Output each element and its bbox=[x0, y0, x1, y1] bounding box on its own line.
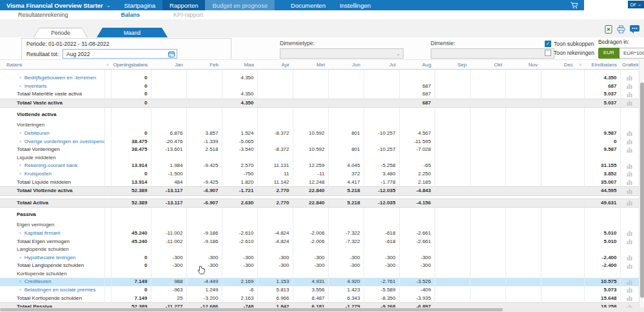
account-link[interactable]: Overige vorderingen en overlopende activ… bbox=[24, 139, 104, 144]
row-label[interactable]: ›Debiteuren bbox=[0, 130, 104, 138]
nav-startpagina[interactable]: Startpagina bbox=[117, 0, 163, 10]
row-label[interactable]: ›Bedrijfsgebouwen en -terreinen bbox=[0, 74, 104, 83]
chart-icon-cell[interactable] bbox=[620, 179, 639, 187]
chart-icon[interactable] bbox=[627, 130, 632, 136]
print-icon[interactable] bbox=[617, 25, 625, 34]
row-label[interactable]: ›Rekening-courant bank bbox=[0, 162, 104, 170]
horizontal-scrollbar-thumb[interactable] bbox=[0, 308, 503, 311]
row-label[interactable]: ›Inventaris bbox=[0, 83, 104, 91]
chart-icon-cell[interactable] bbox=[620, 278, 639, 286]
chart-icon-cell[interactable] bbox=[620, 254, 639, 262]
chart-icon[interactable] bbox=[627, 287, 632, 293]
chart-icon[interactable] bbox=[627, 230, 632, 236]
subnav-kpi-rapport[interactable]: KPI-rapport bbox=[173, 12, 203, 18]
chart-icon[interactable] bbox=[627, 139, 632, 144]
vertical-scrollbar-thumb[interactable] bbox=[640, 83, 644, 298]
chart-icon-cell[interactable] bbox=[620, 286, 639, 295]
row-label[interactable]: ›Kapitaal firmant bbox=[0, 229, 104, 238]
chart-icon[interactable] bbox=[627, 100, 632, 106]
chart-icon-cell[interactable] bbox=[620, 238, 639, 246]
resultaat-tot-input[interactable]: Aug 2022 bbox=[63, 49, 177, 59]
expand-arrow-icon[interactable]: › bbox=[19, 287, 21, 293]
chart-icon-cell[interactable] bbox=[620, 170, 639, 179]
chart-icon-cell[interactable] bbox=[620, 146, 639, 154]
expand-arrow-icon[interactable]: › bbox=[19, 139, 21, 144]
chart-icon-cell[interactable] bbox=[620, 199, 639, 208]
tab-periode[interactable]: Periode bbox=[34, 28, 88, 37]
account-link[interactable]: Kruisposten bbox=[24, 171, 52, 177]
feedback-chat-icon[interactable] bbox=[630, 25, 639, 34]
nav-rapporten[interactable]: Rapporten bbox=[162, 0, 205, 10]
horizontal-scrollbar[interactable] bbox=[0, 307, 644, 312]
expand-arrow-icon[interactable]: › bbox=[19, 255, 21, 260]
row-label[interactable]: ›Overige vorderingen en overlopende acti… bbox=[0, 138, 104, 146]
subnav-balans[interactable]: Balans bbox=[121, 12, 141, 18]
currency-eur-button[interactable]: EUR bbox=[598, 48, 620, 59]
nav-instellingen[interactable]: Instellingen bbox=[333, 0, 378, 10]
chart-icon[interactable] bbox=[627, 279, 632, 285]
chart-icon-cell[interactable] bbox=[620, 83, 639, 91]
toon-subkoppen-checkbox[interactable]: ✓ Toon subkoppen bbox=[545, 41, 594, 47]
chart-icon-cell[interactable] bbox=[620, 229, 639, 238]
currency-eur1000-button[interactable]: EUR*1000 bbox=[620, 48, 644, 59]
user-menu[interactable]: DF ⌄ bbox=[628, 1, 644, 8]
nav-budget-en-prognose[interactable]: Budget en prognose bbox=[205, 0, 275, 10]
chart-icon[interactable] bbox=[627, 255, 632, 260]
chart-icon-cell[interactable] bbox=[620, 74, 639, 83]
account-link[interactable]: Belastingen en sociale premies bbox=[24, 287, 96, 293]
subnav-resultatenrekening[interactable]: Resultatenrekening bbox=[18, 12, 68, 18]
chart-icon-cell[interactable] bbox=[620, 162, 639, 170]
scroll-months-left-button[interactable]: ‹ bbox=[104, 60, 111, 70]
expand-arrow-icon[interactable]: › bbox=[19, 130, 21, 136]
expand-arrow-icon[interactable]: › bbox=[19, 75, 21, 81]
dimensietype-select[interactable]: ⌄ bbox=[280, 48, 404, 59]
chart-icon[interactable] bbox=[627, 171, 632, 177]
app-title-menu[interactable]: Visma Financial Overview Starter ⌄ bbox=[0, 0, 117, 10]
scroll-months-right-button[interactable]: › bbox=[576, 60, 584, 70]
toon-rekeningen-checkbox[interactable]: Toon rekeningen bbox=[545, 50, 594, 56]
chart-icon[interactable] bbox=[627, 263, 632, 269]
chart-icon-cell[interactable] bbox=[620, 262, 639, 270]
chart-icon[interactable] bbox=[627, 92, 632, 97]
expand-arrow-icon[interactable]: › bbox=[19, 171, 21, 177]
chart-icon[interactable] bbox=[627, 239, 632, 244]
chart-icon-cell[interactable] bbox=[620, 187, 639, 196]
calendar-icon[interactable] bbox=[168, 51, 175, 57]
expand-arrow-icon[interactable]: › bbox=[19, 278, 21, 284]
chart-icon-cell[interactable] bbox=[620, 99, 639, 108]
cell-aug bbox=[399, 108, 434, 122]
chart-icon-cell[interactable] bbox=[620, 138, 639, 146]
account-link[interactable]: Bedrijfsgebouwen en -terreinen bbox=[24, 75, 96, 81]
expand-arrow-icon[interactable]: › bbox=[19, 83, 21, 89]
excel-export-icon[interactable] bbox=[605, 25, 612, 34]
account-link[interactable]: Hypothecaire leningen bbox=[24, 255, 76, 260]
row-label[interactable]: ›Kruisposten bbox=[0, 170, 104, 179]
vertical-scrollbar[interactable] bbox=[639, 59, 644, 307]
chart-icon[interactable] bbox=[627, 179, 632, 185]
dimensie-select[interactable]: ⌄ bbox=[431, 48, 554, 59]
tab-maand[interactable]: Maand bbox=[97, 28, 168, 37]
expand-arrow-icon[interactable]: › bbox=[19, 162, 21, 168]
row-label[interactable]: ›Belastingen en sociale premies bbox=[0, 286, 104, 295]
nav-documenten[interactable]: Documenten bbox=[284, 0, 333, 10]
expand-arrow-icon[interactable]: › bbox=[19, 230, 21, 236]
chart-icon[interactable] bbox=[627, 147, 632, 153]
chart-icon-cell[interactable] bbox=[620, 295, 639, 303]
row-label[interactable]: ›Hypothecaire leningen bbox=[0, 254, 104, 262]
account-link[interactable]: Rekening-courant bank bbox=[24, 162, 78, 168]
chart-icon-cell[interactable] bbox=[620, 130, 639, 138]
shopping-cart-icon[interactable] bbox=[565, 0, 584, 10]
chart-icon-cell[interactable] bbox=[620, 90, 639, 99]
chart-icon[interactable] bbox=[627, 188, 632, 194]
account-link[interactable]: Debiteuren bbox=[24, 130, 50, 136]
chart-icon[interactable] bbox=[627, 200, 632, 206]
account-link[interactable]: Kapitaal firmant bbox=[24, 230, 61, 236]
chart-icon[interactable] bbox=[627, 83, 632, 89]
chart-icon[interactable] bbox=[627, 163, 632, 169]
cell-jun bbox=[328, 108, 364, 122]
row-label[interactable]: ›Crediteuren bbox=[0, 278, 104, 286]
chart-icon[interactable] bbox=[627, 75, 632, 81]
chart-icon[interactable] bbox=[627, 295, 632, 301]
account-link[interactable]: Crediteuren bbox=[24, 278, 52, 284]
account-link[interactable]: Inventaris bbox=[24, 83, 47, 89]
